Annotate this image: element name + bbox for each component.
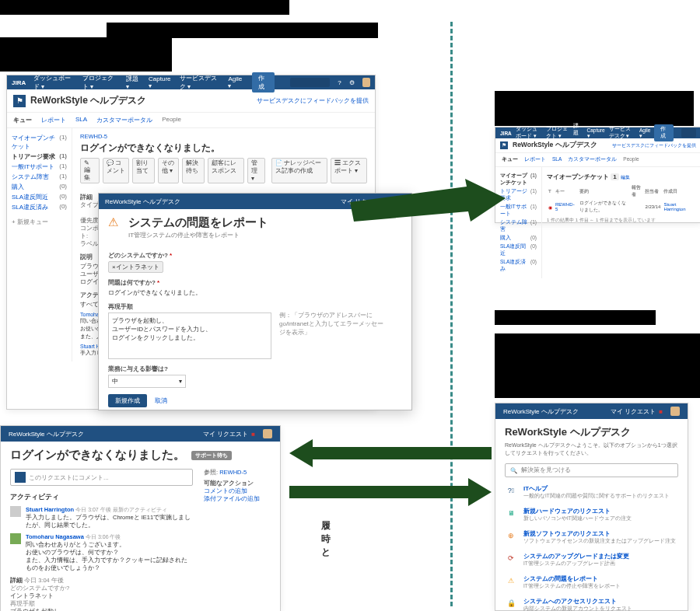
sidebar-item[interactable]: トリアージ要求(1) <box>500 187 537 203</box>
sidebar-item[interactable]: SLA違反間近(0) <box>12 192 67 202</box>
svg-marker-2 <box>289 478 492 506</box>
assign-button[interactable]: 割り当て <box>132 158 155 183</box>
feedback-link[interactable]: サービスデスクにフィードバックを提供 <box>612 142 696 149</box>
kb-button[interactable]: 📄 ナレッジベース記事の作成 <box>271 158 327 183</box>
table-row[interactable]: ◉REWHD-5ログインができなくなりました。2/23/14Stuart Har… <box>547 199 696 215</box>
portal-name[interactable]: ReWorkStyle ヘルプデスク <box>9 430 84 438</box>
action-add-attachment[interactable]: 添付ファイルの追加 <box>204 495 271 503</box>
notif-badge-icon[interactable]: ■ <box>659 408 663 415</box>
tab-reports[interactable]: レポート <box>41 116 66 124</box>
service-item[interactable]: ⊕新規ソフトウェアのリクエストソフトウェアライセンスの新規注文またはアップグレー… <box>505 529 678 545</box>
nav-capture[interactable]: Capture ▾ <box>587 127 605 139</box>
problem-input[interactable]: ログインができなくなりました。 <box>108 288 402 297</box>
action-add-comment[interactable]: コメントの追加 <box>204 487 271 495</box>
jira-top-nav: JIRA ダッシュボード ▾ プロジェクト ▾ 課題 ▾ Capture ▾ サ… <box>7 75 375 89</box>
comment-button[interactable]: 💬 コメント <box>103 158 130 183</box>
upgrade-icon: ⟳ <box>505 552 517 564</box>
tab-people[interactable]: People <box>623 156 639 163</box>
more-button[interactable]: その他 ▾ <box>158 158 179 183</box>
nav-agile[interactable]: Agile ▾ <box>228 75 243 89</box>
create-button[interactable]: 作成 <box>252 72 275 93</box>
service-item[interactable]: ⟳システムのアップグレードまたは変更IT管理システムのアップグレード計画 <box>505 552 678 567</box>
feedback-link[interactable]: サービスデスクにフィードバックを提供 <box>257 96 369 105</box>
my-requests-link[interactable]: マイ リクエスト <box>203 430 248 438</box>
nav-dashboard[interactable]: ダッシュボード ▾ <box>33 74 75 91</box>
system-tag-chip[interactable]: ×イントラネット <box>108 261 163 273</box>
sidebar-item[interactable]: トリアージ要求(1) <box>12 152 67 162</box>
black-block <box>0 0 289 15</box>
create-button[interactable]: 作成 <box>654 124 674 141</box>
field-label-steps: 再現手順 <box>108 302 271 311</box>
comment-input[interactable]: このリクエストにコメント... <box>10 469 193 486</box>
issue-key-breadcrumb[interactable]: REWHD-5 <box>80 133 367 140</box>
ref-link[interactable]: REWHD-5 <box>219 469 247 476</box>
sidebar-item[interactable]: マイオープンチケット(1) <box>500 172 537 187</box>
help-icon[interactable]: ? <box>338 79 341 86</box>
portal-search[interactable]: 🔍解決策を見つける <box>505 463 678 477</box>
sidebar-item[interactable]: システム障害(1) <box>12 172 67 182</box>
nav-agile[interactable]: Agile ▾ <box>639 127 650 139</box>
respond-button[interactable]: 顧客にレスポンス <box>208 158 244 183</box>
sidebar-item[interactable]: 購入(0) <box>500 234 537 243</box>
sidebar-item[interactable]: SLA違反済み(0) <box>500 258 537 274</box>
tab-portal[interactable]: カスタマーポータル <box>96 116 152 124</box>
sidebar-item[interactable]: SLA違反間近(0) <box>500 243 537 258</box>
quick-search[interactable] <box>290 78 330 87</box>
admin-button[interactable]: 管理 ▾ <box>247 158 265 183</box>
nav-projects[interactable]: プロジェクト ▾ <box>546 126 569 140</box>
sidebar-item[interactable]: SLA違反済み(0) <box>12 202 67 212</box>
help-icon: ?⃝ <box>505 484 517 497</box>
field-label-impact: 業務に与える影響は? <box>108 365 402 373</box>
nav-projects[interactable]: プロジェクト ▾ <box>82 74 118 91</box>
tab-sla[interactable]: SLA <box>75 116 87 124</box>
portal-name[interactable]: ReWorkStyle ヘルプデスク <box>503 407 579 416</box>
sidebar-item[interactable]: 一般ITサポート(1) <box>12 162 67 172</box>
modal-breadcrumb[interactable]: ReWorkStyle ヘルプデスク <box>105 197 180 206</box>
queue-count: 1 <box>611 173 618 180</box>
sidebar-item[interactable]: マイオープンチケット(1) <box>12 133 67 152</box>
tab-sla[interactable]: SLA <box>552 156 562 163</box>
steps-textarea[interactable]: ブラウザを起動し、 ユーザーIDとパスワードを入力し、 ログインをクリックしまし… <box>108 312 271 359</box>
impact-select[interactable]: 中▾ <box>108 375 186 388</box>
avatar-icon[interactable] <box>263 429 272 438</box>
service-item[interactable]: ⚠システムの問題をレポートIT管理システムの停止や障害をレポート <box>505 574 678 590</box>
tab-reports[interactable]: レポート <box>524 156 546 163</box>
gear-icon[interactable]: ⚙ <box>349 79 355 86</box>
avatar-icon[interactable] <box>670 407 680 416</box>
add-queue-link[interactable]: + 新規キュー <box>12 217 67 227</box>
search-icon: 🔍 <box>510 467 517 474</box>
sidebar-item[interactable]: システム障害(1) <box>500 218 537 234</box>
tab-people[interactable]: People <box>162 116 181 124</box>
queue-result-count: 1 件の結果中 1 件目 ～ 1 件目までを表示しています <box>547 217 696 224</box>
nav-servicedesk[interactable]: サービスデスク ▾ <box>180 74 221 91</box>
queue-title: マイオープンチケット 1 編集 <box>547 173 696 181</box>
sidebar-item[interactable]: 購入(0) <box>12 182 67 192</box>
nav-servicedesk[interactable]: サービスデスク ▾ <box>609 126 635 140</box>
black-block <box>495 310 656 325</box>
nav-issues[interactable]: 課題 ▾ <box>126 75 141 90</box>
nav-dashboard[interactable]: ダッシュボード ▾ <box>516 126 542 140</box>
act-tab-all[interactable]: すべて <box>80 301 99 309</box>
black-block <box>495 333 700 398</box>
sidebar-item[interactable]: 一般ITサポート(1) <box>500 203 537 218</box>
wait-button[interactable]: 解決待ち <box>182 158 205 183</box>
avatar-icon[interactable] <box>362 78 370 87</box>
customer-portal-header: ReWorkStyle ヘルプデスク マイ リクエスト ■ <box>1 426 280 442</box>
service-item[interactable]: 🖥新規ハードウェアのリクエスト新しいパソコンやIT関連ハードウェアの注文 <box>505 507 678 522</box>
warning-icon: ⚠ <box>505 574 517 587</box>
lock-icon: 🔒 <box>505 597 517 609</box>
service-item[interactable]: ?⃝ITヘルプ一般的なIT関連の問題や質問に関するサポートのリクエスト <box>505 484 678 500</box>
my-requests-link[interactable]: マイ リクエスト <box>611 407 656 416</box>
cancel-button[interactable]: 取消 <box>152 394 170 407</box>
service-item[interactable]: 🔒システムへのアクセスリクエスト内部システムの新規アカウントをリクエスト <box>505 597 678 611</box>
queue-edit-link[interactable]: 編集 <box>621 175 630 180</box>
notif-badge-icon[interactable]: ■ <box>251 431 255 438</box>
tab-queues[interactable]: キュー <box>13 116 32 124</box>
tab-portal[interactable]: カスタマーポータル <box>568 156 617 163</box>
tab-queues[interactable]: キュー <box>502 156 518 163</box>
quick-search[interactable] <box>681 128 696 138</box>
request-title: ログインができなくなりました。サポート待ち <box>10 448 271 463</box>
edit-button[interactable]: ✎ 編集 <box>80 158 100 183</box>
nav-capture[interactable]: Capture ▾ <box>149 75 171 89</box>
submit-button[interactable]: 新規作成 <box>108 394 147 407</box>
